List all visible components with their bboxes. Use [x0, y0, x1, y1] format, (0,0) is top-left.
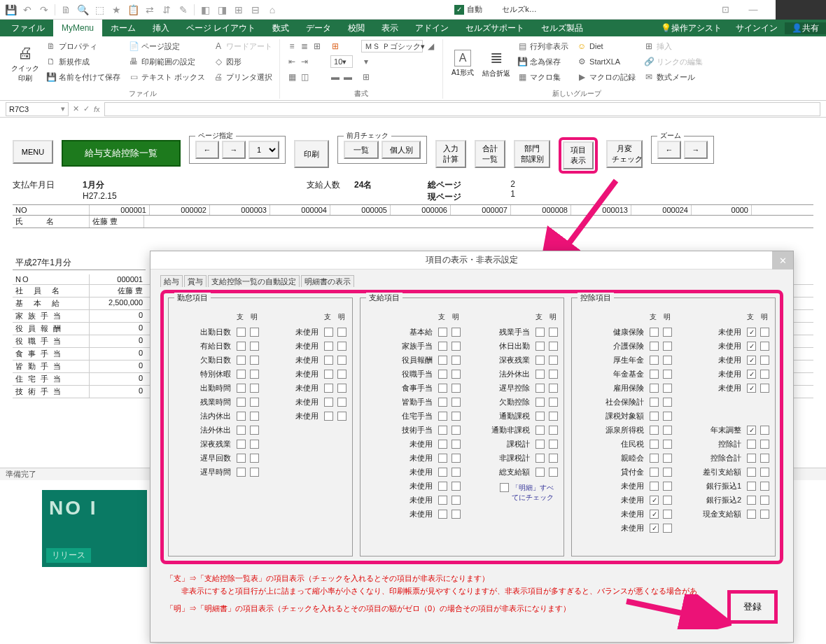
qat-icon[interactable]: ⇵ [159, 2, 174, 18]
qat-icon[interactable]: ✎ [176, 2, 191, 18]
shi-checkbox[interactable] [650, 328, 659, 337]
menu-button[interactable]: MENU [13, 140, 53, 164]
shi-checkbox[interactable] [237, 440, 246, 449]
shi-checkbox[interactable] [536, 342, 545, 351]
signin[interactable]: サインイン [729, 22, 785, 34]
tab-review[interactable]: 校閲 [340, 20, 373, 36]
merge-wrap-button[interactable]: ≣結合折返 [481, 39, 512, 88]
mei-checkbox[interactable] [760, 328, 769, 337]
shi-checkbox[interactable] [536, 384, 545, 393]
shi-checkbox[interactable] [650, 342, 659, 351]
mei-checkbox[interactable] [549, 468, 558, 477]
mei-checkbox[interactable] [760, 370, 769, 379]
mei-checkbox[interactable] [451, 328, 461, 337]
indent-icon[interactable]: ⇤ [287, 57, 297, 66]
shi-checkbox[interactable] [536, 412, 545, 421]
formula-input[interactable] [104, 102, 820, 116]
shi-checkbox[interactable] [237, 342, 246, 351]
tab-addin[interactable]: アドイン [407, 20, 457, 36]
shi-checkbox[interactable] [650, 426, 659, 435]
qat-icon[interactable]: ⊞ [231, 2, 246, 18]
mei-checkbox[interactable] [549, 454, 558, 463]
shi-checkbox[interactable] [747, 328, 756, 337]
shi-checkbox[interactable] [237, 412, 246, 421]
indent-icon[interactable]: ⇥ [300, 57, 309, 66]
cancel-icon[interactable]: ✕ [73, 104, 79, 113]
mei-checkbox[interactable] [337, 412, 346, 421]
border-icon[interactable]: ▦ [287, 72, 297, 82]
align-icon[interactable]: ≡ [287, 41, 297, 51]
textbox-button[interactable]: ▭テキスト ボックス [126, 70, 208, 84]
mei-checkbox[interactable] [451, 468, 461, 477]
shi-checkbox[interactable] [650, 496, 659, 505]
shi-checkbox[interactable] [536, 454, 545, 463]
fx-icon[interactable]: fx [94, 105, 100, 113]
mei-checkbox[interactable] [663, 426, 672, 435]
shi-checkbox[interactable] [237, 426, 246, 435]
mei-checkbox[interactable] [337, 328, 346, 337]
minimize-icon[interactable]: — [739, 0, 767, 20]
mei-checkbox[interactable] [451, 426, 461, 435]
shi-checkbox[interactable] [536, 426, 545, 435]
mei-checkbox[interactable] [663, 356, 672, 365]
printer-select-button[interactable]: 🖨プリンタ選択 [211, 70, 275, 84]
dept-button[interactable]: 部門 部課別 [514, 140, 550, 168]
shi-checkbox[interactable] [650, 454, 659, 463]
mei-checkbox[interactable] [250, 440, 259, 449]
shi-checkbox[interactable] [650, 384, 659, 393]
mei-checkbox[interactable] [760, 342, 769, 351]
mei-checkbox[interactable] [250, 328, 259, 337]
mei-checkbox[interactable] [250, 398, 259, 407]
shi-checkbox[interactable] [650, 398, 659, 407]
new-button[interactable]: 🗋新規作成 [43, 55, 123, 69]
tell-me[interactable]: 💡 操作アシスト [654, 22, 729, 34]
tab-products[interactable]: セルズ製品 [533, 20, 592, 36]
diet-button[interactable]: ☺Diet [574, 39, 638, 53]
list-button[interactable]: 一覧 [344, 141, 379, 159]
dropdown-icon[interactable]: ▾ [361, 57, 371, 66]
mei-checkbox[interactable] [549, 412, 558, 421]
mei-checkbox[interactable] [549, 398, 558, 407]
mei-checkbox[interactable] [337, 384, 346, 393]
shi-checkbox[interactable] [237, 384, 246, 393]
dlg-tab-bonus[interactable]: 賞与 [184, 275, 206, 287]
shi-checkbox[interactable] [536, 440, 545, 449]
shi-checkbox[interactable] [650, 482, 659, 491]
mei-checkbox[interactable] [451, 342, 461, 351]
shi-checkbox[interactable] [747, 342, 756, 351]
shapes-button[interactable]: ◇図形 [211, 55, 275, 69]
shi-checkbox[interactable] [747, 510, 756, 519]
border-icon[interactable]: ◫ [300, 72, 309, 82]
mei-checkbox[interactable] [250, 342, 259, 351]
fill-icon[interactable]: ▬ [343, 72, 353, 82]
mei-checkbox[interactable] [250, 454, 259, 463]
mei-checkbox[interactable] [451, 482, 461, 491]
qat-icon[interactable]: ⊟ [248, 2, 263, 18]
mei-checkbox[interactable] [549, 356, 558, 365]
font-size-select[interactable]: 10 ▾ [330, 55, 353, 68]
qat-icon[interactable]: ★ [108, 2, 124, 18]
shi-checkbox[interactable] [237, 328, 246, 337]
align-icon[interactable]: ≣ [300, 41, 309, 51]
mei-checkbox[interactable] [760, 426, 769, 435]
mei-checkbox[interactable] [451, 370, 461, 379]
mei-checkbox[interactable] [760, 496, 769, 505]
shi-checkbox[interactable] [438, 412, 447, 421]
shi-checkbox[interactable] [747, 440, 756, 449]
page-setup-button[interactable]: 📄ページ設定 [126, 39, 208, 53]
mei-checkbox[interactable] [760, 440, 769, 449]
shi-checkbox[interactable] [536, 328, 545, 337]
shi-checkbox[interactable] [438, 356, 447, 365]
macro-record-button[interactable]: ▶マクロの記録 [574, 70, 638, 84]
register-button[interactable]: 登録 [727, 590, 778, 624]
shi-checkbox[interactable] [438, 482, 447, 491]
merge-icon[interactable]: ⊞ [361, 72, 371, 82]
item-display-button[interactable]: 項目 表示 [563, 141, 594, 169]
mei-checkbox[interactable] [760, 454, 769, 463]
print-area-button[interactable]: 🖶印刷範囲の設定 [126, 55, 208, 69]
shi-checkbox[interactable] [324, 412, 333, 421]
total-list-button[interactable]: 合計 一覧 [475, 140, 505, 168]
formula-mail-button[interactable]: ✉数式メール [641, 70, 706, 84]
mei-checkbox[interactable] [663, 524, 672, 533]
mei-checkbox[interactable] [549, 342, 558, 351]
